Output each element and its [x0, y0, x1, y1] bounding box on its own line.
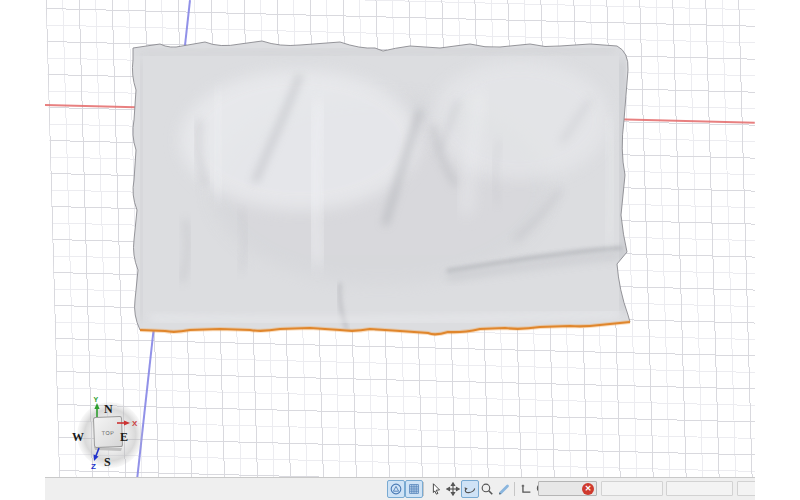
status-panel: [666, 481, 733, 496]
pencil-icon: [497, 482, 511, 496]
app-window: { "app": { "background": "#ffffff" }, "v…: [0, 0, 800, 500]
origin-circle-icon: [389, 482, 403, 496]
gizmo-x-label: X: [132, 419, 138, 428]
orbit-icon: [463, 482, 477, 496]
corner-axes-icon: [519, 482, 533, 496]
status-message-field: ✕: [538, 481, 597, 496]
toolbar-separator: [514, 482, 515, 496]
show-origin-toggle[interactable]: [387, 480, 405, 498]
3d-viewport[interactable]: TOP N S W E Y X Z: [45, 0, 755, 477]
show-grid-toggle[interactable]: [405, 480, 423, 498]
compass-west-label[interactable]: W: [72, 430, 84, 444]
grid-icon: [407, 482, 421, 496]
select-tool-button[interactable]: [427, 480, 445, 498]
toolbar-separator: [423, 482, 424, 496]
compass-east-label[interactable]: E: [120, 430, 128, 444]
pan-tool-button[interactable]: [444, 480, 462, 498]
error-close-icon[interactable]: ✕: [582, 483, 594, 495]
orbit-tool-button[interactable]: [461, 480, 479, 498]
status-panel: [737, 481, 755, 496]
cursor-icon: [429, 482, 443, 496]
zoom-tool-button[interactable]: [478, 480, 496, 498]
view-compass[interactable]: TOP N S W E Y X Z: [70, 393, 154, 475]
compass-north-label[interactable]: N: [104, 402, 113, 416]
gizmo-y-label: Y: [94, 396, 99, 403]
compass-south-label[interactable]: S: [104, 455, 111, 469]
pan-arrows-icon: [446, 482, 460, 496]
measure-tool-button[interactable]: [495, 480, 513, 498]
magnifier-icon: [480, 482, 494, 496]
bottom-toolbar: ✕: [45, 477, 755, 500]
viewcube-face-label: TOP: [102, 430, 115, 436]
cloth-object[interactable]: [125, 35, 640, 340]
status-panel: [601, 481, 663, 496]
gizmo-z-label: Z: [91, 462, 96, 471]
